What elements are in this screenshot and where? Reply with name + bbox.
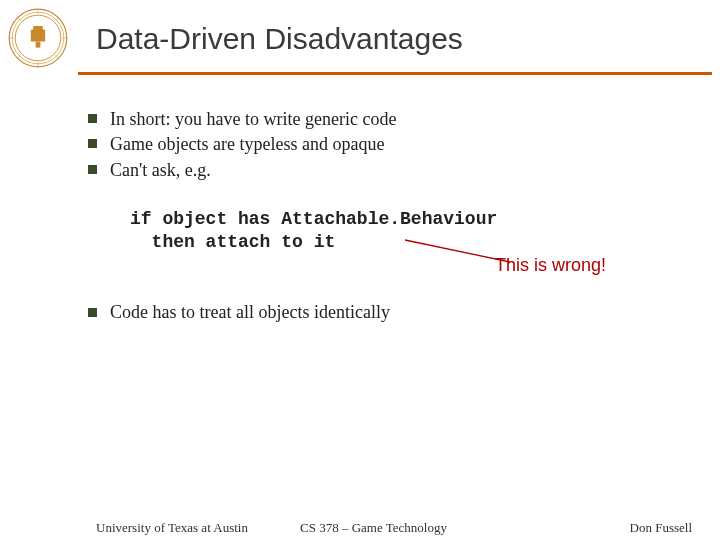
svg-rect-3 [31, 30, 45, 42]
svg-line-12 [17, 55, 21, 59]
svg-line-13 [55, 55, 59, 59]
ut-seal-logo [8, 8, 68, 68]
list-item: Can't ask, e.g. [88, 159, 396, 182]
code-line: if object has Attachable.Behaviour [130, 209, 497, 229]
svg-rect-5 [36, 42, 41, 48]
svg-line-11 [55, 17, 59, 21]
annotation-text: This is wrong! [495, 255, 606, 276]
list-item: Code has to treat all objects identicall… [88, 302, 390, 323]
bullet-list-top: In short: you have to write generic code… [88, 108, 396, 184]
slide-title: Data-Driven Disadvantages [96, 22, 463, 56]
title-underline [78, 72, 712, 75]
svg-rect-4 [33, 26, 43, 31]
svg-line-10 [17, 17, 21, 21]
bullet-list-bottom: Code has to treat all objects identicall… [88, 302, 390, 323]
footer-right: Don Fussell [630, 520, 692, 536]
list-item: In short: you have to write generic code [88, 108, 396, 131]
list-item: Game objects are typeless and opaque [88, 133, 396, 156]
footer-left: University of Texas at Austin [96, 520, 248, 536]
code-line: then attach to it [130, 232, 335, 252]
footer-center: CS 378 – Game Technology [300, 520, 447, 536]
